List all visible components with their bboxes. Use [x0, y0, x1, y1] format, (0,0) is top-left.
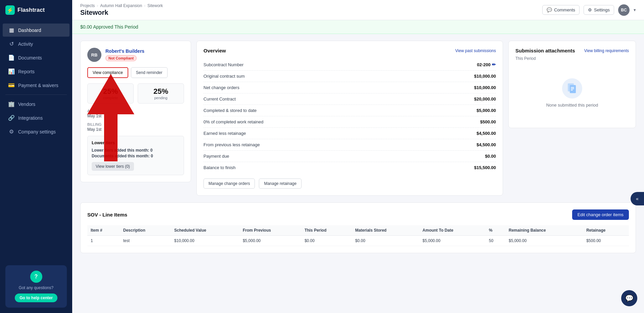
sidebar-item-label: Integrations	[18, 115, 43, 121]
overview-rows: Subcontract Number 02-200 ✏ Original con…	[203, 59, 496, 173]
help-circle-icon: ?	[30, 271, 42, 283]
sov-section: SOV - Line Items Edit change order items…	[80, 202, 636, 253]
sidebar-item-company-settings[interactable]: ⚙ Company settings	[3, 125, 70, 138]
overview-header: Overview View past submissions	[203, 48, 496, 53]
view-billing-requirements-link[interactable]: View billing requirements	[584, 48, 629, 53]
payment-icon: 💳	[8, 82, 15, 88]
row-label: From previous less retainage	[203, 142, 260, 147]
period-billing-row: Billing May 1st	[87, 122, 184, 132]
avatar-chevron-icon[interactable]: ▾	[634, 7, 636, 12]
col-amount-to-date: Amount To Date	[419, 225, 486, 236]
topbar-right: 💬 Comments ⚙ Settings BC ▾	[542, 4, 636, 16]
view-compliance-button[interactable]: View compliance	[87, 67, 128, 78]
edit-change-order-items-button[interactable]: Edit change order items	[572, 209, 629, 220]
vendor-actions: View compliance Send reminder	[87, 67, 184, 78]
sidebar-item-payment-waivers[interactable]: 💳 Payment & waivers	[3, 79, 70, 92]
logo-icon: ⚡	[5, 5, 15, 15]
row-value: $4,500.00	[476, 131, 496, 136]
attachments-card: Submission attachments View billing requ…	[508, 41, 636, 128]
progress-pending-label: pending	[141, 96, 180, 100]
sidebar-item-dashboard[interactable]: ▦ Dashboard	[3, 24, 70, 37]
activity-icon: ↺	[8, 41, 15, 47]
row-label: 0% of completed work retained	[203, 119, 263, 124]
svg-rect-3	[571, 88, 574, 89]
overview-actions: Manage change orders Manage retainage	[203, 179, 496, 189]
docs-placeholder-icon	[562, 78, 582, 99]
lower-tiers-month-stat: Lower tiers added this month: 0	[92, 148, 180, 153]
progress-row: 25% complete 25% pending	[87, 83, 184, 104]
settings-icon: ⚙	[8, 128, 15, 135]
settings-label: Settings	[594, 7, 610, 12]
attachments-empty: None submitted this period	[515, 65, 629, 121]
col-description: Description	[120, 225, 171, 236]
row-value: $500.00	[480, 119, 496, 124]
edit-icon[interactable]: ✏	[492, 62, 496, 67]
approved-banner: $0.00 Approved This Period	[72, 20, 644, 34]
attachments-header: Submission attachments View billing requ…	[515, 48, 629, 53]
app-name: Flashtract	[17, 7, 45, 13]
sidebar-item-documents[interactable]: 📄 Documents	[3, 51, 70, 64]
row-label: Original contract sum	[203, 74, 245, 79]
view-past-link[interactable]: View past submissions	[455, 48, 496, 53]
progress-pending-box: 25% pending	[138, 83, 184, 104]
sidebar-divider	[5, 94, 67, 95]
svg-rect-2	[571, 87, 574, 88]
breadcrumb-projects[interactable]: Projects	[80, 3, 95, 8]
row-value: $15,500.00	[474, 165, 496, 170]
row-label: Subcontract Number	[203, 62, 243, 67]
avatar[interactable]: BC	[618, 4, 630, 16]
sidebar-item-label: Company settings	[18, 129, 56, 134]
row-label: Balance to finish	[203, 165, 235, 170]
sidebar-item-reports[interactable]: 📊 Reports	[3, 65, 70, 78]
sov-title: SOV - Line Items	[87, 212, 127, 218]
row-label: Current Contract	[203, 96, 236, 102]
cell-amount-to-date: $5,000.00	[419, 236, 486, 246]
sov-header: SOV - Line Items Edit change order items	[87, 209, 629, 220]
chat-button[interactable]: 💬	[621, 290, 637, 306]
help-center-button[interactable]: Go to help center	[15, 294, 57, 302]
progress-complete-pct: 25%	[91, 87, 130, 96]
vendor-header: RB Robert's Builders Not Compliant	[87, 48, 184, 62]
gear-icon: ⚙	[588, 7, 592, 12]
billing-date: May 1st	[87, 127, 184, 132]
compliance-badge: Not Compliant	[105, 55, 137, 61]
documents-icon: 📄	[8, 54, 15, 61]
sidebar-item-label: Dashboard	[18, 28, 41, 33]
cell-item-num: 1	[87, 236, 120, 246]
attachments-title: Submission attachments	[515, 48, 575, 53]
breadcrumb: Projects › Autumn Hall Expansion › Sitew…	[80, 3, 163, 8]
sidebar: ⚡ Flashtract ▦ Dashboard ↺ Activity 📄 Do…	[0, 0, 72, 313]
sidebar-item-activity[interactable]: ↺ Activity	[3, 37, 70, 50]
send-reminder-button[interactable]: Send reminder	[131, 67, 168, 78]
comments-button[interactable]: 💬 Comments	[542, 5, 580, 15]
cell-scheduled-value: $10,000.00	[171, 236, 239, 246]
overview-row-completed-stored: Completed & stored to date $5,000.00	[203, 105, 496, 116]
scroll-handle[interactable]: «	[631, 192, 644, 205]
manage-change-orders-button[interactable]: Manage change orders	[203, 179, 255, 189]
row-label: Net change orders	[203, 85, 239, 90]
row-label: Completed & stored to date	[203, 108, 257, 113]
vendors-icon: 🏢	[8, 101, 15, 107]
comments-icon: 💬	[547, 7, 552, 12]
cell-from-previous: $5,000.00	[239, 236, 301, 246]
lower-tiers-box: Lower tiers Lower tiers added this month…	[87, 136, 184, 175]
settings-button[interactable]: ⚙ Settings	[584, 5, 614, 15]
overview-row-subcontract: Subcontract Number 02-200 ✏	[203, 59, 496, 71]
vendor-card: RB Robert's Builders Not Compliant View …	[80, 41, 191, 182]
app-logo: ⚡ Flashtract	[0, 0, 72, 20]
breadcrumb-project[interactable]: Autumn Hall Expansion	[100, 3, 142, 8]
manage-retainage-button[interactable]: Manage retainage	[259, 179, 302, 189]
topbar: Projects › Autumn Hall Expansion › Sitew…	[72, 0, 644, 20]
sidebar-item-label: Activity	[18, 41, 33, 47]
main-content: Projects › Autumn Hall Expansion › Sitew…	[72, 0, 644, 313]
sidebar-item-label: Payment & waivers	[18, 83, 58, 88]
row-value: $10,000.00	[474, 74, 496, 79]
vendor-name[interactable]: Robert's Builders	[105, 48, 144, 54]
progress-complete-box: 25% complete	[87, 83, 134, 104]
billing-label: Billing	[87, 122, 184, 126]
row-value: $4,500.00	[476, 142, 496, 147]
view-lower-tiers-button[interactable]: View lower tiers (0)	[92, 162, 134, 171]
chevron-left-icon: «	[636, 196, 639, 201]
sidebar-item-integrations[interactable]: 🔗 Integrations	[3, 111, 70, 124]
sidebar-item-vendors[interactable]: 🏢 Vendors	[3, 97, 70, 111]
